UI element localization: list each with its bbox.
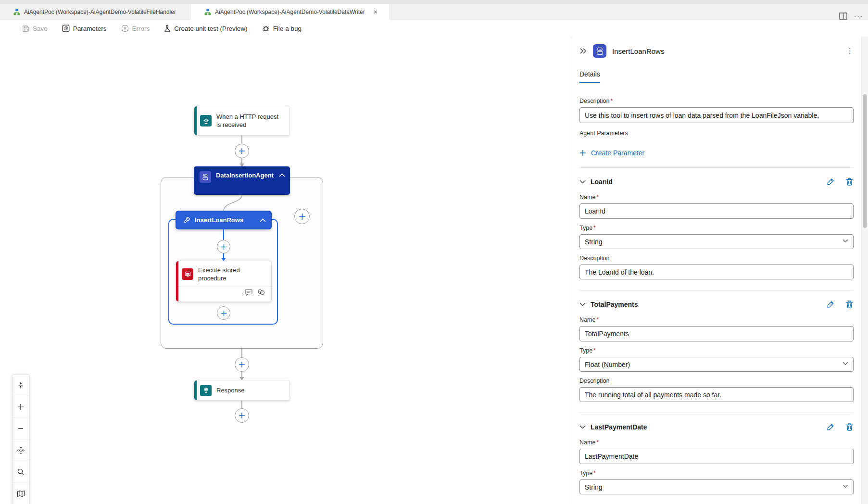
name-label: Name*: [579, 316, 854, 323]
create-parameter-button[interactable]: Create Parameter: [579, 149, 854, 157]
chevron-down-icon[interactable]: [579, 425, 586, 429]
response-title: Response: [216, 387, 245, 394]
action-node-execute-stored-procedure[interactable]: Execute stored procedure: [176, 261, 272, 302]
tab-close-icon[interactable]: ×: [374, 9, 377, 15]
wrench-icon: [183, 216, 190, 224]
delete-parameter-button[interactable]: [845, 177, 854, 186]
fit-to-window-button[interactable]: [13, 375, 29, 396]
connector-line: [241, 349, 242, 358]
trash-icon: [845, 300, 854, 309]
param-description-input[interactable]: [579, 387, 854, 402]
workflow-canvas[interactable]: When a HTTP request is received DataInse…: [0, 37, 570, 504]
tab-volatile-file-handler[interactable]: AiAgentPoc (Workspace)-AiAgentDemo-Volat…: [0, 4, 191, 20]
param-type-select[interactable]: String: [579, 234, 854, 249]
zoom-out-button[interactable]: [13, 418, 29, 440]
param-name-input[interactable]: [579, 449, 854, 464]
node-details-panel: InsertLoanRows ⋮ Details Description* Ag…: [571, 37, 868, 504]
trigger-node-when-http-request-received[interactable]: When a HTTP request is received: [194, 106, 290, 136]
param-description-label: Description: [579, 378, 854, 384]
chevron-up-icon[interactable]: [260, 218, 266, 222]
plus-icon: [220, 243, 227, 251]
param-name-input[interactable]: [579, 326, 854, 341]
divider: [579, 167, 854, 168]
param-name-input[interactable]: [579, 203, 854, 219]
param-type-select[interactable]: Float (Number): [579, 357, 854, 372]
delete-parameter-button[interactable]: [845, 423, 854, 431]
delete-parameter-button[interactable]: [845, 300, 854, 309]
chevron-down-icon: [843, 484, 848, 488]
param-section-header-lastpaymentdate[interactable]: LastPaymentDate: [579, 421, 854, 433]
connector-line: [223, 253, 224, 258]
add-action-button[interactable]: [235, 144, 249, 158]
bug-icon: [262, 25, 270, 32]
divider: [579, 290, 854, 290]
errors-button[interactable]: Errors: [121, 25, 150, 32]
http-request-icon: [200, 115, 212, 126]
add-action-in-tool-button[interactable]: [217, 306, 230, 320]
more-actions-icon[interactable]: ···: [854, 13, 863, 20]
add-action-button[interactable]: [235, 357, 249, 372]
create-parameter-label: Create Parameter: [591, 149, 644, 157]
panel-more-icon[interactable]: ⋮: [846, 47, 854, 55]
tab-details[interactable]: Details: [579, 70, 600, 83]
trash-icon: [845, 177, 854, 186]
tab-volatile-data-writer[interactable]: AiAgentPoc (Workspace)-AiAgentDemo-Volat…: [191, 4, 389, 20]
description-input[interactable]: [579, 107, 854, 123]
plus-icon: [238, 147, 246, 155]
connector-line: [241, 136, 242, 144]
fit-view-icon: [17, 381, 25, 389]
agent-node-datainsertionagent[interactable]: DataInsertionAgent: [194, 166, 290, 195]
comment-icon[interactable]: [245, 289, 252, 296]
edit-parameter-button[interactable]: [826, 423, 835, 431]
param-description-input[interactable]: [579, 265, 854, 279]
save-button[interactable]: Save: [22, 25, 48, 32]
tool-node-insertloanrows[interactable]: InsertLoanRows: [176, 211, 272, 229]
tab-label: AiAgentPoc (Workspace)-AiAgentDemo-Volat…: [24, 9, 176, 15]
split-editor-icon[interactable]: [839, 13, 847, 20]
connector-line: [241, 401, 242, 409]
minimap-button[interactable]: [13, 483, 29, 504]
zoom-in-button[interactable]: [13, 396, 29, 418]
pencil-icon: [826, 177, 835, 186]
save-icon: [22, 25, 29, 32]
file-bug-label: File a bug: [273, 25, 302, 32]
chevron-down-icon[interactable]: [579, 302, 586, 306]
connection-icon[interactable]: [257, 289, 265, 295]
logic-app-designer: AiAgentPoc (Workspace)-AiAgentDemo-Volat…: [0, 0, 868, 504]
param-section-title: LastPaymentDate: [591, 423, 647, 431]
chevron-down-icon[interactable]: [579, 180, 586, 184]
save-label: Save: [33, 25, 48, 32]
file-a-bug-button[interactable]: File a bug: [262, 25, 302, 32]
panel-scrollbar[interactable]: [861, 37, 868, 504]
plus-icon: [298, 213, 306, 221]
edit-parameter-button[interactable]: [826, 300, 835, 309]
create-unit-test-button[interactable]: Create unit test (Preview): [164, 25, 247, 32]
plus-icon: [238, 361, 246, 368]
panel-scrollbar-thumb[interactable]: [863, 94, 867, 228]
plus-icon: [220, 310, 227, 317]
error-circle-icon: [121, 25, 129, 32]
collapse-panel-icon[interactable]: [579, 48, 587, 54]
zoom-in-icon: [17, 403, 25, 411]
map-icon: [17, 490, 25, 497]
pan-mode-button[interactable]: [13, 440, 29, 461]
param-section-header-totalpayments[interactable]: TotalPayments: [579, 298, 854, 311]
divider: [579, 413, 854, 413]
type-label: Type*: [579, 470, 854, 477]
parameters-button[interactable]: @ Parameters: [62, 25, 107, 32]
edit-parameter-button[interactable]: [826, 177, 835, 186]
agent-parameters-label: Agent Parameters: [579, 130, 854, 137]
add-action-in-tool-button[interactable]: [217, 240, 230, 253]
add-action-button[interactable]: [235, 408, 249, 423]
param-type-select[interactable]: String: [579, 479, 854, 494]
window-top-strip: [0, 0, 868, 4]
workflow-icon: [13, 9, 20, 15]
action-node-response[interactable]: Response: [194, 380, 290, 401]
sql-server-icon: [182, 268, 193, 280]
search-button[interactable]: [13, 461, 29, 483]
param-section-header-loanid[interactable]: LoanId: [579, 176, 854, 188]
description-label: Description*: [579, 98, 854, 104]
chevron-up-icon[interactable]: [279, 173, 285, 177]
add-tool-button[interactable]: [294, 209, 310, 224]
parameters-label: Parameters: [73, 25, 107, 32]
